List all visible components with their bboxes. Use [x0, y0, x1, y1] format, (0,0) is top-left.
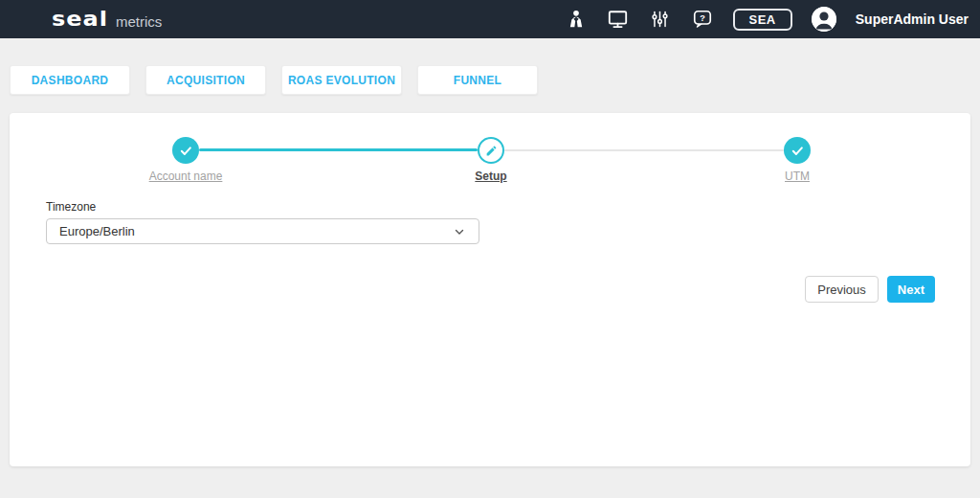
step-label-setup[interactable]: Setup — [475, 170, 506, 183]
timezone-select[interactable]: Europe/Berlin — [46, 218, 479, 244]
timezone-label: Timezone — [46, 200, 479, 214]
next-button[interactable]: Next — [887, 276, 935, 303]
chevron-down-icon — [453, 225, 466, 238]
main-tabs: DASHBOARD ACQUISITION ROAS EVOLUTION FUN… — [10, 65, 538, 95]
check-icon — [791, 144, 805, 158]
stepper-line-pending — [504, 149, 784, 151]
wizard-stepper: Account name Setup UTM — [10, 113, 970, 190]
step-setup-circle[interactable] — [478, 137, 504, 164]
step-label-account-name[interactable]: Account name — [149, 170, 223, 183]
previous-button[interactable]: Previous — [805, 276, 879, 303]
logo-text-seal: seal — [52, 8, 108, 32]
wizard-card: Account name Setup UTM Timezone Europe/B… — [10, 113, 970, 466]
help-chat-icon[interactable]: ? — [691, 8, 714, 31]
tab-dashboard[interactable]: DASHBOARD — [10, 65, 130, 95]
check-icon — [179, 144, 193, 158]
step-account-name-circle[interactable] — [172, 137, 199, 164]
top-navbar: seal metrics — [0, 0, 980, 38]
tab-roas-evolution[interactable]: ROAS EVOLUTION — [281, 65, 402, 95]
avatar[interactable] — [812, 7, 836, 32]
navbar-right-group: ? SEA SuperAdmin User — [565, 7, 969, 32]
help-question-glyph: ? — [700, 13, 705, 23]
tab-funnel[interactable]: FUNNEL — [417, 65, 538, 95]
logo-text-metrics: metrics — [116, 13, 162, 30]
tab-acquisition[interactable]: ACQUISITION — [145, 65, 266, 95]
setup-form: Timezone Europe/Berlin — [46, 200, 479, 244]
timezone-selected-value: Europe/Berlin — [59, 224, 135, 238]
username-label[interactable]: SuperAdmin User — [856, 11, 969, 27]
admin-person-icon[interactable] — [565, 8, 588, 31]
monitor-icon[interactable] — [607, 8, 630, 31]
sea-badge[interactable]: SEA — [733, 9, 792, 31]
sliders-icon[interactable] — [649, 8, 672, 31]
pencil-icon — [485, 145, 498, 157]
stepper-line-complete — [199, 148, 478, 151]
app-logo: seal metrics — [52, 6, 162, 33]
step-utm-circle[interactable] — [784, 137, 811, 164]
wizard-actions: Previous Next — [805, 276, 935, 303]
step-label-utm[interactable]: UTM — [785, 170, 810, 183]
